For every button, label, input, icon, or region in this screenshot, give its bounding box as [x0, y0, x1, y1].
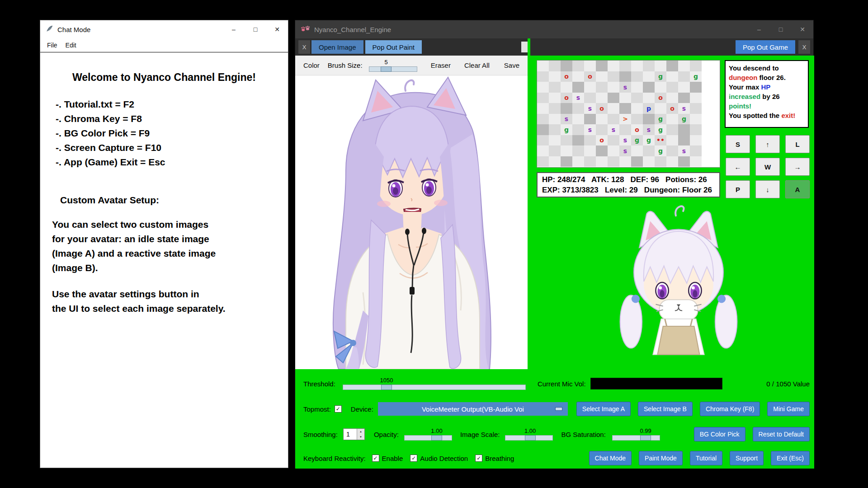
dungeon-cell — [655, 61, 666, 71]
checkbox-audio-detection[interactable]: ✓Audio Detection — [410, 455, 468, 462]
spin-down-icon[interactable]: ▼ — [357, 434, 364, 440]
checkbox-breathing[interactable]: ✓Breathing — [475, 455, 514, 462]
button-support[interactable]: Support — [730, 451, 764, 465]
text-line: Use the avatar settings button in — [52, 287, 276, 301]
dungeon-cell — [655, 156, 666, 167]
checkbox-label: Breathing — [485, 455, 514, 462]
stats-line-2: EXP: 3713/3823 Level: 29 Dungeon: Floor … — [542, 186, 719, 195]
slider-handle[interactable] — [431, 435, 442, 441]
reactivity-checkboxes: ✓Enable✓Audio Detection✓Breathing — [372, 455, 514, 462]
bg-saturation-slider[interactable]: 0.99 — [612, 428, 660, 441]
button-chat-mode[interactable]: Chat Mode — [589, 451, 632, 465]
threshold-label: Threshold: — [303, 380, 335, 388]
game-control-p[interactable]: P — [726, 180, 750, 198]
dungeon-cell — [584, 135, 596, 146]
game-control-s[interactable]: S — [726, 135, 750, 153]
smoothing-spinner[interactable]: 1 ▲▼ — [343, 428, 365, 440]
dungeon-cell — [549, 82, 561, 93]
maximize-button[interactable]: □ — [770, 20, 792, 38]
game-control-up[interactable]: ↑ — [755, 135, 780, 153]
button-paint-mode[interactable]: Paint Mode — [639, 451, 683, 465]
dungeon-cell — [678, 156, 690, 167]
game-control-l[interactable]: L — [785, 135, 810, 153]
dungeon-cell — [643, 145, 655, 156]
dungeon-cell — [666, 145, 678, 156]
smoothing-value: 1 — [344, 429, 357, 440]
python-feather-icon — [46, 24, 54, 34]
topmost-checkbox[interactable]: ✓ — [335, 405, 342, 413]
dungeon-cell — [643, 82, 655, 93]
slider-handle[interactable] — [381, 385, 392, 390]
game-log-panel: You descend todungeon floor 26.Your max … — [725, 60, 809, 128]
dungeon-cell — [572, 103, 584, 114]
menu-edit[interactable]: Edit — [61, 42, 80, 49]
maximize-button[interactable]: □ — [245, 20, 266, 38]
slider-handle[interactable] — [525, 435, 536, 441]
close-game-tab-button[interactable]: X — [798, 40, 810, 54]
button-tutorial[interactable]: Tutorial — [690, 451, 722, 465]
color-button[interactable]: Color — [300, 59, 323, 71]
opacity-slider[interactable]: 1.00 — [404, 428, 452, 441]
button-mini-game[interactable]: Mini Game — [767, 402, 810, 416]
dungeon-cell — [596, 156, 608, 167]
dungeon-cell — [572, 135, 584, 146]
dungeon-cell — [643, 114, 655, 125]
minimize-button[interactable]: – — [748, 20, 770, 38]
paint-canvas[interactable] — [295, 75, 528, 369]
dungeon-cell — [596, 82, 608, 93]
dungeon-cell: o — [596, 103, 608, 114]
tab-pop-out-paint[interactable]: Pop Out Paint — [365, 40, 422, 54]
dungeon-cell: g — [643, 135, 655, 146]
image-scale-slider[interactable]: 1.00 — [505, 428, 553, 441]
text-line: -. Screen Capture = F10 — [56, 141, 276, 155]
brush-size-value: 5 — [385, 59, 388, 66]
close-button[interactable]: ✕ — [266, 20, 288, 38]
slider-handle[interactable] — [640, 435, 651, 441]
dungeon-cell — [537, 61, 549, 71]
game-control-w[interactable]: W — [755, 158, 780, 176]
dungeon-cell: s — [561, 114, 572, 125]
dungeon-cell — [584, 61, 596, 71]
game-control-pad: S↑L←W→P↓A — [726, 135, 810, 198]
button-reset-to-default[interactable]: Reset to Default — [753, 427, 810, 441]
button-bg-color-pick[interactable]: BG Color Pick — [694, 427, 745, 441]
close-paint-tab-button[interactable]: X — [298, 40, 310, 54]
checkbox-enable[interactable]: ✓Enable — [372, 455, 403, 462]
dungeon-cell: s — [678, 145, 690, 156]
eraser-button[interactable]: Eraser — [427, 59, 454, 71]
button-chroma-key-f8[interactable]: Chroma Key (F8) — [700, 402, 760, 416]
dungeon-cell — [655, 82, 666, 93]
slider-handle[interactable] — [381, 66, 392, 72]
spin-up-icon[interactable]: ▲ — [357, 429, 364, 434]
threshold-slider[interactable]: 1050 — [343, 377, 526, 390]
game-control-a[interactable]: A — [785, 180, 810, 198]
button-select-image-b[interactable]: Select Image B — [638, 402, 693, 416]
brush-size-slider[interactable]: 5 — [369, 59, 417, 72]
dungeon-cell — [549, 93, 561, 103]
minimize-button[interactable]: – — [223, 20, 245, 38]
game-control-left[interactable]: ← — [726, 158, 750, 176]
pop-out-game-button[interactable]: Pop Out Game — [736, 40, 795, 54]
game-control-right[interactable]: → — [785, 158, 810, 176]
chat-mode-window: Chat Mode – □ ✕ File Edit Welcome to Nya… — [40, 20, 288, 468]
dungeon-cell — [584, 114, 596, 125]
clear-all-button[interactable]: Clear All — [461, 59, 493, 71]
text-line: You can select two custom images — [52, 217, 276, 232]
menu-file[interactable]: File — [43, 42, 61, 49]
dungeon-cell: s — [678, 103, 690, 114]
dungeon-cell — [619, 61, 631, 71]
save-button[interactable]: Save — [500, 59, 523, 71]
device-dropdown[interactable]: VoiceMeeter Output(VB-Audio Voi — [378, 402, 568, 416]
tab-open-image[interactable]: Open Image — [311, 40, 363, 54]
dungeon-cell: s — [619, 135, 631, 146]
dungeon-cell — [666, 93, 678, 103]
game-control-down[interactable]: ↓ — [755, 180, 780, 198]
dungeon-cell — [690, 82, 702, 93]
dungeon-cell — [537, 114, 549, 125]
dungeon-cell — [666, 156, 678, 167]
button-select-image-a[interactable]: Select Image A — [576, 402, 631, 416]
close-button[interactable]: ✕ — [792, 20, 813, 38]
dungeon-cell — [608, 114, 619, 125]
dungeon-cell — [596, 93, 608, 103]
button-exit-esc[interactable]: Exit (Esc) — [771, 451, 810, 465]
